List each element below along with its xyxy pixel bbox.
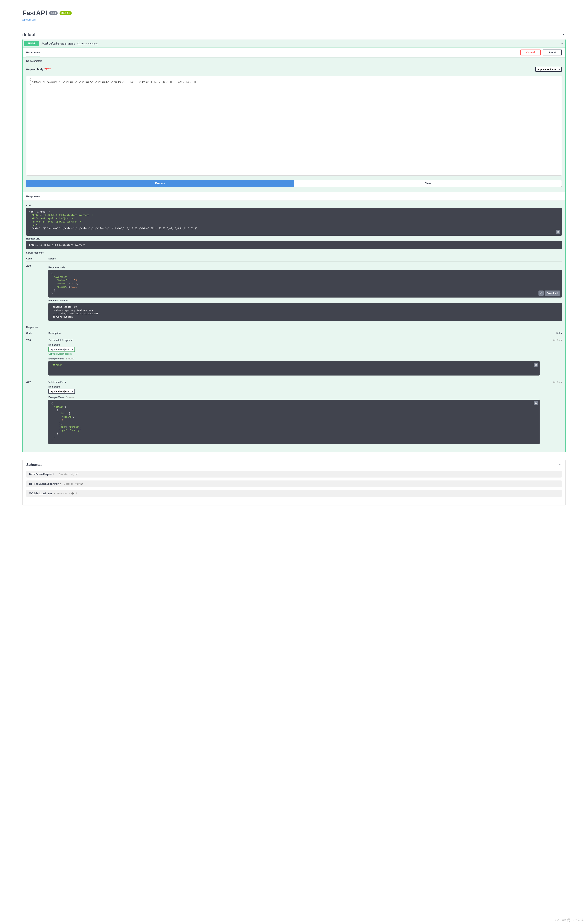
model-name: HTTPValidationError xyxy=(29,482,59,485)
schemas-section: Schemas DataFrameRequest›Expand allobjec… xyxy=(22,460,566,505)
no-parameters-text: No parameters xyxy=(23,57,565,64)
live-response-row: 200 Response body { "averages": { "Colum… xyxy=(26,262,562,323)
responses-doc-label: Responses xyxy=(26,326,562,328)
chevron-up-icon xyxy=(560,41,563,45)
expand-all-link[interactable]: Expand all xyxy=(59,473,68,475)
copy-icon[interactable] xyxy=(533,363,538,366)
response-headers-block: content-length: 59 content-type: applica… xyxy=(48,303,562,321)
cancel-button[interactable]: Cancel xyxy=(520,50,541,55)
doc-200-desc: Successful Response xyxy=(48,339,540,342)
copy-icon[interactable] xyxy=(556,230,560,234)
live-response-code: 200 xyxy=(26,264,48,321)
request-body-editor[interactable] xyxy=(26,76,562,176)
col-code-header: Code xyxy=(26,332,48,335)
col-description-header: Description xyxy=(48,332,540,335)
responses-section-header: Responses xyxy=(23,192,565,201)
schema-tab[interactable]: Schema xyxy=(66,357,74,360)
openapi-link[interactable]: /openapi.json xyxy=(22,18,35,21)
execute-button[interactable]: Execute xyxy=(26,180,294,187)
doc-422-desc: Validation Error xyxy=(48,381,540,384)
media-type-select-200[interactable]: application/json xyxy=(48,347,75,352)
doc-200-code: 200 xyxy=(26,339,48,376)
model-name: ValidationError xyxy=(29,492,53,495)
version-badge: 0.1.0 xyxy=(49,11,58,15)
col-code-header: Code xyxy=(26,257,48,260)
download-button[interactable]: Download xyxy=(545,290,560,296)
response-headers-label: Response headers xyxy=(48,299,562,302)
example-200-block: "string" xyxy=(48,361,540,376)
section-default-title: default xyxy=(22,32,37,37)
method-badge: POST xyxy=(25,41,39,46)
object-tag: object xyxy=(69,492,77,495)
schemas-header[interactable]: Schemas xyxy=(23,460,565,469)
curl-block: curl -X 'POST' \ 'http://192.168.3.4:800… xyxy=(26,208,562,236)
chevron-up-icon xyxy=(562,33,566,36)
col-links-header: Links xyxy=(540,332,562,335)
response-body-block: { "averages": { "Column1": 1.75, "Column… xyxy=(48,270,562,297)
doc-response-422: 422 Validation Error Media type applicat… xyxy=(26,378,562,447)
object-tag: object xyxy=(75,482,83,485)
chevron-up-icon xyxy=(558,463,562,467)
section-default-header[interactable]: default xyxy=(22,30,566,39)
doc-200-links: No links xyxy=(540,339,562,376)
doc-422-links: No links xyxy=(540,381,562,444)
col-details-header: Details xyxy=(48,257,562,260)
server-response-label: Server response xyxy=(26,251,562,254)
schemas-title: Schemas xyxy=(26,462,43,467)
expand-all-link[interactable]: Expand all xyxy=(64,483,73,485)
schema-tab[interactable]: Schema xyxy=(66,396,74,399)
example-value-tab[interactable]: Example Value xyxy=(48,357,64,360)
operation-block: POST /calculate-averages Calculate Avera… xyxy=(22,39,566,452)
content-type-select[interactable]: application/json xyxy=(535,67,562,72)
model-name: DataFrameRequest xyxy=(29,473,54,476)
parameters-bar: Parameters Cancel Reset xyxy=(23,48,565,57)
oas-badge: OAS 3.1 xyxy=(59,11,72,15)
object-tag: object xyxy=(71,473,79,475)
copy-icon[interactable] xyxy=(538,290,543,296)
doc-422-code: 422 xyxy=(26,381,48,444)
operation-path: /calculate-averages xyxy=(41,42,75,45)
chevron-right-icon: › xyxy=(54,492,55,495)
operation-summary-text: Calculate Averages xyxy=(78,42,98,45)
page-header: FastAPI 0.1.0 OAS 3.1 /openapi.json xyxy=(22,4,566,23)
expand-all-link[interactable]: Expand all xyxy=(57,492,67,495)
accept-header-hint: Controls Accept header. xyxy=(48,353,540,355)
operation-summary[interactable]: POST /calculate-averages Calculate Avera… xyxy=(23,40,565,48)
curl-label: Curl xyxy=(26,204,562,207)
schema-model-DataFrameRequest[interactable]: DataFrameRequest›Expand allobject xyxy=(26,471,562,477)
example-value-tab[interactable]: Example Value xyxy=(48,396,64,399)
schema-model-ValidationError[interactable]: ValidationError›Expand allobject xyxy=(26,490,562,497)
clear-button[interactable]: Clear xyxy=(294,180,562,187)
doc-response-200: 200 Successful Response Media type appli… xyxy=(26,336,562,378)
response-body-label: Response body xyxy=(48,266,562,269)
media-type-label: Media type xyxy=(48,343,540,346)
request-url-block: http://192.168.3.4:8000/calculate-averag… xyxy=(26,241,562,249)
copy-icon[interactable] xyxy=(533,401,538,405)
schema-model-HTTPValidationError[interactable]: HTTPValidationError›Expand allobject xyxy=(26,480,562,487)
chevron-right-icon: › xyxy=(60,482,61,485)
app-title: FastAPI xyxy=(22,9,47,17)
example-422-block: { "detail": [ { "loc": [ "string", 0 ], … xyxy=(48,400,540,444)
request-url-label: Request URL xyxy=(26,238,562,240)
reset-button[interactable]: Reset xyxy=(543,50,562,55)
chevron-right-icon: › xyxy=(56,473,56,475)
required-badge: required xyxy=(44,68,51,70)
media-type-select-422[interactable]: application/json xyxy=(48,389,75,394)
tab-parameters[interactable]: Parameters xyxy=(26,50,40,55)
request-body-label: Request bodyrequired xyxy=(26,68,51,71)
media-type-label: Media type xyxy=(48,386,540,388)
